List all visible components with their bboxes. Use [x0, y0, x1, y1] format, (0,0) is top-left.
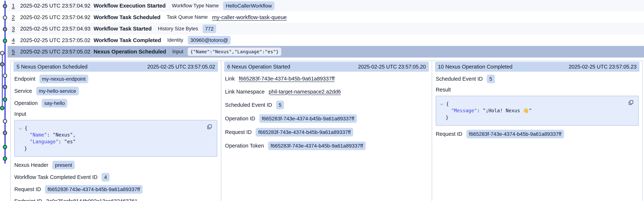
timeline-dot-7-scheduled: [3, 74, 7, 78]
panel-timestamp: 2025-02-25 UTC 23:57:05.23: [569, 64, 636, 70]
field-link: Link f665283f-743e-4374-b45b-9a61a89337f…: [225, 75, 428, 83]
field-nexus-header: Nexus Header present: [14, 161, 217, 169]
timeline-dot-9-completed: [3, 98, 7, 102]
event-attribute: Task Queue Name my-caller-workflow-task-…: [166, 14, 286, 20]
timeline-dot-14-completed: [3, 156, 7, 161]
panel-title: 6 Nexus Operation Started: [227, 64, 290, 70]
field-value-badge: f665283f-743e-4374-b45b-9a61a89337ff: [466, 130, 564, 138]
event-row-5-selected[interactable]: 5 2025-02-25 UTC 23:57:05.02 Nexus Opera…: [8, 46, 644, 58]
field-endpoint-id: Endpoint ID 3c0c75ccfa8144b092c13ce63246…: [14, 197, 217, 201]
attribute-label: Input: [172, 49, 183, 55]
event-row-3[interactable]: 3 2025-02-25 UTC 23:57:04.93 Workflow Ta…: [8, 23, 644, 35]
event-row-4[interactable]: 4 2025-02-25 UTC 23:57:05.02 Workflow Ta…: [8, 35, 644, 46]
field-label: Scheduled Event ID: [436, 76, 483, 82]
collapse-chevron-icon[interactable]: [440, 101, 446, 107]
timeline-dot-8-started: [3, 85, 7, 89]
field-value-badge: f665283f-743e-4374-b45b-9a61a89337ff: [256, 128, 353, 136]
event-id-link[interactable]: 3: [12, 26, 18, 32]
timeline-dot-6-started: [0, 62, 4, 67]
panel-nexus-operation-started: 6 Nexus Operation Started 2025-02-25 UTC…: [221, 61, 432, 201]
workflow-history-view: 1 2025-02-25 UTC 23:57:04.92 Workflow Ex…: [0, 0, 644, 201]
event-name: Nexus Operation Scheduled: [94, 49, 166, 55]
timeline-dot-10-completed: [0, 106, 4, 110]
attribute-label: Task Queue Name: [166, 14, 208, 20]
event-timestamp: 2025-02-25 UTC 23:57:05.02: [20, 49, 94, 55]
field-value-badge: say-hello: [42, 99, 67, 107]
field-label: Link Namespace: [225, 89, 264, 95]
panel-header: 10 Nexus Operation Completed 2025-02-25 …: [435, 62, 640, 72]
field-value-badge: 4: [102, 173, 110, 181]
attribute-label: Identity: [167, 37, 183, 43]
timeline-dot-2-scheduled: [3, 16, 7, 20]
field-label: Operation Token: [225, 143, 264, 149]
field-label: Request ID: [14, 186, 41, 192]
input-json-badge: {"Name":"Nexus","Language":"es"}: [188, 48, 281, 56]
event-attribute: Workflow Type Name HelloCallerWorkflow: [172, 2, 274, 10]
copy-button[interactable]: [206, 123, 213, 131]
endpoint-id-link[interactable]: 3c0c75ccfa8144b092c13ce632463761: [46, 198, 138, 201]
event-id-link[interactable]: 5: [12, 49, 18, 55]
panel-body: Scheduled Event ID 5 Result { "Message":…: [435, 72, 640, 138]
attribute-value-badge: 30960@totoro@: [188, 36, 231, 45]
field-label: Endpoint: [14, 76, 36, 82]
field-operation-token: Operation Token f665283f-743e-4374-b45b-…: [225, 141, 428, 150]
event-timeline: [0, 0, 10, 201]
result-json-viewer: { "Message": "¡Hola! Nexus 👋" }: [436, 96, 639, 126]
panel-title: 5 Nexus Operation Scheduled: [16, 64, 88, 70]
field-service: Service my-hello-service: [14, 87, 217, 95]
event-id-link[interactable]: 4: [12, 37, 18, 43]
event-name: Workflow Task Completed: [94, 37, 161, 43]
event-row-1[interactable]: 1 2025-02-25 UTC 23:57:04.92 Workflow Ex…: [8, 0, 644, 12]
field-value-badge: f665283f-743e-4374-b45b-9a61a89337ff: [268, 141, 366, 150]
field-value-badge: my-hello-service: [36, 87, 79, 95]
copy-icon: [206, 123, 213, 130]
field-label: Service: [14, 88, 32, 94]
field-value-badge: f665283f-743e-4374-b45b-9a61a89337ff: [45, 185, 142, 194]
event-timestamp: 2025-02-25 UTC 23:57:04.92: [20, 14, 94, 20]
event-attribute: History Size Bytes 772: [158, 25, 216, 33]
panel-nexus-operation-scheduled: 5 Nexus Operation Scheduled 2025-02-25 U…: [11, 61, 221, 201]
field-value-badge: f665283f-743e-4374-b45b-9a61a89337ff: [259, 114, 357, 123]
event-row-2[interactable]: 2 2025-02-25 UTC 23:57:04.92 Workflow Ta…: [8, 12, 644, 23]
field-request-id: Request ID f665283f-743e-4374-b45b-9a61a…: [436, 130, 639, 138]
event-attribute: Identity 30960@totoro@: [167, 36, 231, 45]
event-timestamp: 2025-02-25 UTC 23:57:05.02: [20, 37, 94, 43]
timeline-dot-4-completed: [3, 39, 7, 43]
timeline-dot-5-scheduled: [0, 51, 4, 55]
field-workflow-task-completed-event-id: Workflow Task Completed Event ID 4: [14, 173, 217, 181]
field-value-badge: 5: [276, 101, 284, 109]
collapse-chevron-icon[interactable]: [18, 125, 24, 131]
copy-button[interactable]: [627, 99, 635, 106]
link-namespace-link[interactable]: phil-target-namespace2.a2dd6: [268, 89, 341, 95]
panel-header: 6 Nexus Operation Started 2025-02-25 UTC…: [224, 62, 428, 72]
field-scheduled-event-id: Scheduled Event ID 5: [225, 101, 428, 109]
event-id-link[interactable]: 1: [12, 3, 18, 9]
input-section-label: Input: [14, 111, 217, 117]
timeline-dot-11-scheduled: [3, 119, 7, 123]
link-value-link[interactable]: f665283f-743e-4374-b45b-9a61a89337ff: [239, 76, 335, 82]
panel-title: 10 Nexus Operation Completed: [438, 64, 512, 70]
field-label: Scheduled Event ID: [225, 102, 272, 108]
event-timestamp: 2025-02-25 UTC 23:57:04.93: [20, 26, 94, 32]
field-request-id: Request ID f665283f-743e-4374-b45b-9a61a…: [14, 185, 217, 194]
result-section-label: Result: [436, 87, 639, 93]
timeline-line: [4, 1, 6, 163]
field-label: Link: [225, 76, 235, 82]
attribute-value-badge: 772: [202, 25, 216, 33]
field-label: Endpoint ID: [14, 198, 42, 201]
field-label: Request ID: [225, 129, 252, 135]
timeline-line: [2, 53, 3, 108]
attribute-label: Workflow Type Name: [172, 3, 219, 9]
panel-timestamp: 2025-02-25 UTC 23:57:05.02: [147, 64, 215, 70]
task-queue-link[interactable]: my-caller-workflow-task-queue: [212, 14, 287, 20]
attribute-value-badge: HelloCallerWorkflow: [223, 2, 274, 10]
panel-nexus-operation-completed: 10 Nexus Operation Completed 2025-02-25 …: [432, 61, 642, 201]
timeline-dot-13-completed: [3, 145, 7, 149]
timeline-dot-12-started: [3, 131, 7, 135]
event-id-link[interactable]: 2: [12, 14, 18, 20]
copy-icon: [627, 99, 634, 106]
panel-timestamp: 2025-02-25 UTC 23:57:05.20: [358, 64, 426, 70]
field-operation: Operation say-hello: [14, 99, 217, 107]
field-value-badge: my-nexus-endpoint: [40, 75, 88, 83]
timeline-dot-1-started: [3, 4, 7, 8]
